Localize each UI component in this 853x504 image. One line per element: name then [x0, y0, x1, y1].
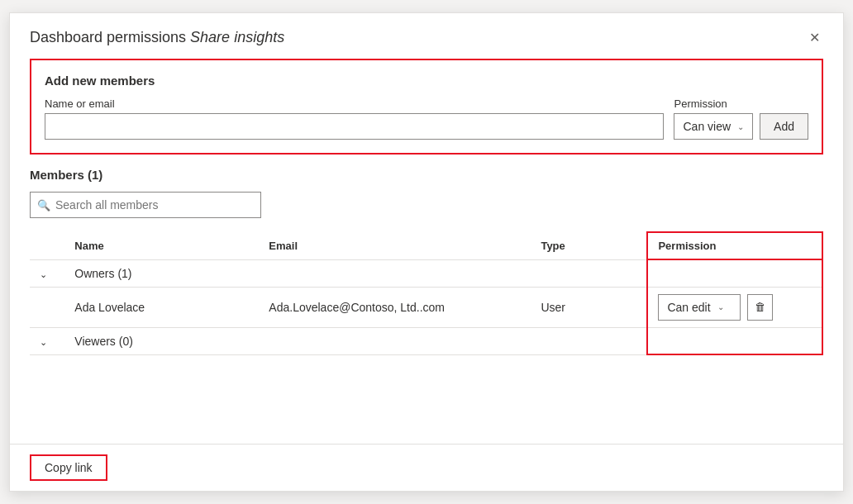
permission-label-wrap: Permission Can view ⌄ [674, 97, 753, 140]
search-box: 🔍 [30, 192, 261, 218]
member-name: Ada Lovelace [64, 287, 259, 327]
th-permission: Permission [647, 232, 822, 259]
add-members-section: Add new members Name or email Permission… [30, 59, 823, 155]
add-button-label: Add [774, 120, 794, 133]
search-input[interactable] [55, 198, 254, 212]
member-type: User [531, 287, 647, 327]
owners-permission-spacer [647, 259, 822, 287]
title-prefix: Dashboard permissions [30, 29, 190, 45]
delete-icon: 🗑 [755, 301, 765, 313]
th-type: Type [531, 232, 647, 259]
can-edit-value: Can edit [667, 301, 710, 314]
viewers-permission-spacer [647, 327, 822, 354]
dialog: Dashboard permissions Share insights ✕ A… [9, 12, 844, 492]
close-icon: ✕ [809, 30, 820, 45]
can-edit-chevron-icon: ⌄ [717, 302, 724, 311]
owners-group-row: ⌄ Owners (1) [30, 259, 822, 287]
owners-expand-cell[interactable]: ⌄ [30, 259, 64, 287]
name-email-input[interactable] [45, 113, 664, 140]
add-members-title: Add new members [45, 74, 808, 88]
name-email-label: Name or email [45, 97, 664, 110]
dialog-title: Dashboard permissions Share insights [30, 29, 284, 46]
name-email-group: Name or email [45, 97, 664, 140]
members-section: Members (1) 🔍 Name Email Type Permission [10, 168, 843, 437]
permission-dropdown[interactable]: Can view ⌄ [674, 113, 753, 140]
th-name: Name [64, 232, 259, 259]
permission-value: Can view [683, 120, 731, 133]
add-button[interactable]: Add [760, 113, 808, 140]
add-members-row: Name or email Permission Can view ⌄ Add [45, 97, 808, 140]
title-italic: Share insights [190, 29, 284, 45]
th-expand [30, 232, 64, 259]
member-indent [30, 287, 64, 327]
search-icon: 🔍 [37, 199, 50, 212]
viewers-expand-cell[interactable]: ⌄ [30, 327, 64, 354]
table-row: Ada Lovelace Ada.Lovelace@Contoso, Ltd..… [30, 287, 822, 327]
permission-cell-inner: Can edit ⌄ 🗑 [658, 294, 812, 321]
viewers-group-row: ⌄ Viewers (0) [30, 327, 822, 354]
member-permission-cell: Can edit ⌄ 🗑 [647, 287, 822, 327]
member-email: Ada.Lovelace@Contoso, Ltd..com [259, 287, 531, 327]
table-header-row: Name Email Type Permission [30, 232, 822, 259]
permission-label: Permission [674, 97, 753, 110]
viewers-chevron-icon: ⌄ [40, 337, 47, 347]
copy-link-button[interactable]: Copy link [30, 454, 107, 481]
close-button[interactable]: ✕ [806, 26, 823, 49]
can-edit-dropdown[interactable]: Can edit ⌄ [658, 294, 741, 321]
delete-member-button[interactable]: 🗑 [747, 294, 773, 321]
dialog-header: Dashboard permissions Share insights ✕ [10, 13, 843, 59]
copy-link-label: Copy link [45, 461, 93, 474]
owners-label: Owners (1) [64, 259, 647, 287]
viewers-label: Viewers (0) [64, 327, 647, 354]
th-email: Email [259, 232, 531, 259]
dialog-footer: Copy link [10, 444, 843, 491]
members-title: Members (1) [30, 168, 823, 182]
owners-chevron-icon: ⌄ [40, 269, 47, 279]
chevron-down-icon: ⌄ [737, 122, 744, 131]
members-table: Name Email Type Permission ⌄ Owners (1) [30, 231, 823, 355]
permission-group: Permission Can view ⌄ Add [674, 97, 808, 140]
